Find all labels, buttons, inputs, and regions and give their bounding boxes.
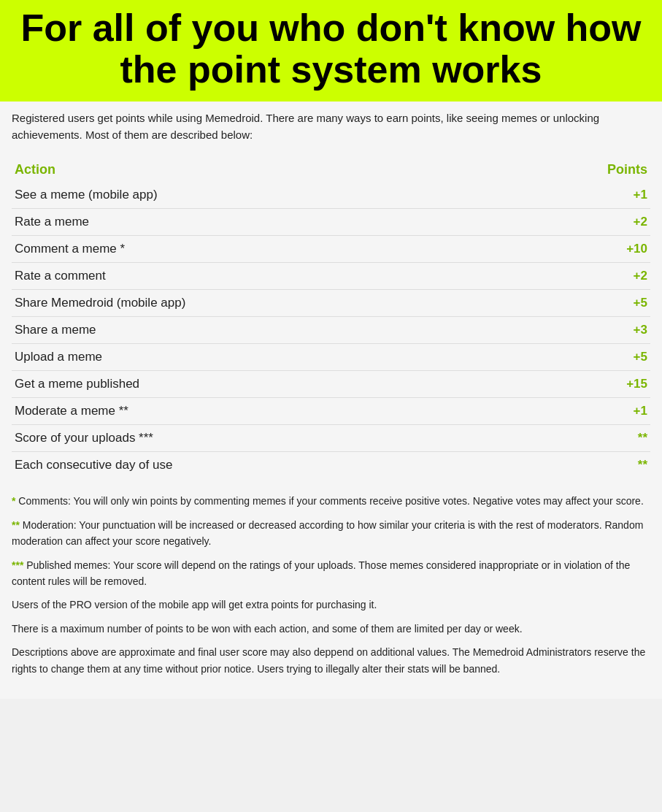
table-row: Comment a meme *+10 <box>12 236 650 263</box>
extra-note-0: Users of the PRO version of the mobile a… <box>12 597 650 613</box>
action-cell: Share Memedroid (mobile app) <box>12 290 518 317</box>
action-cell: Score of your uploads *** <box>12 425 518 452</box>
table-row: Score of your uploads ***** <box>12 425 650 452</box>
points-cell: +2 <box>518 209 650 236</box>
table-row: Get a meme published+15 <box>12 371 650 398</box>
action-cell: Rate a comment <box>12 263 518 290</box>
table-row: Moderate a meme **+1 <box>12 398 650 425</box>
page-title: For all of you who don't know how the po… <box>11 7 651 91</box>
footnote-fn3: *** Published memes: Your score will dep… <box>12 557 650 590</box>
footnote-fn1: * Comments: You will only win points by … <box>12 493 650 509</box>
points-cell: +2 <box>518 263 650 290</box>
action-cell: Moderate a meme ** <box>12 398 518 425</box>
points-cell: +15 <box>518 371 650 398</box>
action-cell: Share a meme <box>12 317 518 344</box>
table-row: Share a meme+3 <box>12 317 650 344</box>
table-row: Each consecutive day of use** <box>12 452 650 479</box>
action-cell: Rate a meme <box>12 209 518 236</box>
main-content: Registered users get points while using … <box>0 102 662 699</box>
action-cell: Upload a meme <box>12 344 518 371</box>
footnote-fn2: ** Moderation: Your punctuation will be … <box>12 517 650 550</box>
footnotes-section: * Comments: You will only win points by … <box>12 493 650 677</box>
action-cell: Comment a meme * <box>12 236 518 263</box>
header-banner: For all of you who don't know how the po… <box>0 0 662 102</box>
points-table: Action Points See a meme (mobile app)+1R… <box>12 158 650 478</box>
points-cell: ** <box>518 452 650 479</box>
table-header-row: Action Points <box>12 158 650 182</box>
action-cell: See a meme (mobile app) <box>12 182 518 209</box>
action-column-header: Action <box>12 158 518 182</box>
points-cell: +1 <box>518 182 650 209</box>
intro-paragraph: Registered users get points while using … <box>12 110 650 143</box>
action-cell: Get a meme published <box>12 371 518 398</box>
points-cell: +1 <box>518 398 650 425</box>
points-cell: ** <box>518 425 650 452</box>
table-row: Upload a meme+5 <box>12 344 650 371</box>
points-column-header: Points <box>518 158 650 182</box>
table-row: Rate a meme+2 <box>12 209 650 236</box>
extra-note-2: Descriptions above are approximate and f… <box>12 644 650 677</box>
table-row: See a meme (mobile app)+1 <box>12 182 650 209</box>
table-row: Share Memedroid (mobile app)+5 <box>12 290 650 317</box>
extra-note-1: There is a maximum number of points to b… <box>12 621 650 637</box>
action-cell: Each consecutive day of use <box>12 452 518 479</box>
points-cell: +5 <box>518 344 650 371</box>
points-cell: +5 <box>518 290 650 317</box>
table-row: Rate a comment+2 <box>12 263 650 290</box>
points-cell: +10 <box>518 236 650 263</box>
points-cell: +3 <box>518 317 650 344</box>
